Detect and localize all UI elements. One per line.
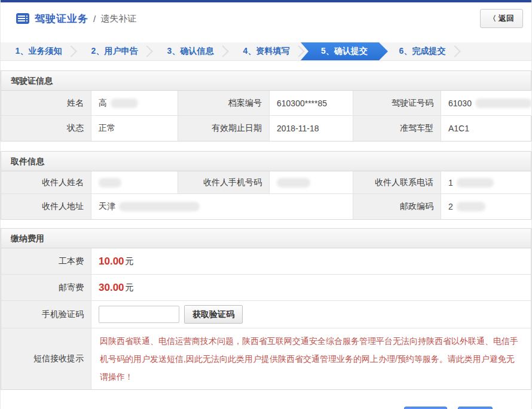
sms-tip-cell: 因陕西省联通、电信运营商技术问题，陕西省互联网交通安全综合服务管理平台无法向持陕… bbox=[91, 328, 531, 389]
sms-code-cell: 获取验证码 bbox=[91, 301, 531, 328]
file-no-label: 档案编号 bbox=[178, 91, 270, 116]
recipient-address-value: 天津 bbox=[91, 194, 353, 219]
redacted-recipient-address bbox=[119, 202, 200, 211]
expiry-label: 有效期止日期 bbox=[178, 116, 270, 141]
work-fee-amount: 10.00 bbox=[99, 256, 124, 267]
sms-code-label: 手机验证码 bbox=[1, 301, 91, 328]
redacted-recipient-name bbox=[99, 178, 121, 187]
expiry-value: 2018-11-18 bbox=[270, 116, 353, 141]
sms-tip-text: 因陕西省联通、电信运营商技术问题，陕西省互联网交通安全综合服务管理平台无法向持陕… bbox=[99, 328, 524, 389]
name-label: 姓名 bbox=[1, 91, 91, 116]
fees-section-title: 缴纳费用 bbox=[1, 229, 531, 248]
work-fee-label: 工本费 bbox=[1, 248, 91, 275]
recipient-name-value bbox=[91, 171, 178, 194]
work-fee-unit: 元 bbox=[126, 256, 134, 267]
license-info-section: 驾驶证信息 姓名 高 档案编号 610300****85 驾驶证号码 61030… bbox=[1, 70, 531, 142]
tab-step-5-active[interactable]: 5、确认提交 bbox=[301, 42, 388, 60]
redacted-postal-code bbox=[457, 202, 485, 211]
tab-step-1[interactable]: 1、业务须知 bbox=[1, 42, 77, 60]
postal-code-value: 2 bbox=[441, 194, 531, 219]
name-value: 高 bbox=[91, 91, 178, 116]
file-no-value: 610300****85 bbox=[270, 91, 353, 116]
recipient-mobile-label: 收件人手机号码 bbox=[178, 171, 270, 194]
redacted-recipient-phone bbox=[457, 178, 494, 187]
footer-actions: 上一步 完成 bbox=[1, 407, 531, 409]
license-no-value: 61030 bbox=[441, 91, 532, 116]
back-button-label: 返回 bbox=[499, 13, 514, 24]
mail-fee-unit: 元 bbox=[126, 282, 134, 293]
tab-step-6[interactable]: 6、完成提交 bbox=[384, 42, 460, 60]
pickup-info-section: 取件信息 收件人姓名 收件人手机号码 收件人联系电话 1 收件人地址 天津 邮政… bbox=[1, 151, 531, 220]
tab-step-2[interactable]: 2、用户申告 bbox=[77, 42, 152, 60]
header: 驾驶证业务 / 遗失补证 〈 返回 bbox=[1, 2, 531, 35]
redacted-recipient-mobile bbox=[277, 178, 310, 187]
previous-step-button[interactable]: 上一步 bbox=[404, 407, 447, 409]
back-button[interactable]: 〈 返回 bbox=[480, 9, 523, 28]
list-icon bbox=[16, 13, 29, 24]
page-title: 驾驶证业务 bbox=[35, 12, 88, 26]
step-tabs-filler bbox=[460, 42, 531, 60]
tab-step-4[interactable]: 4、资料填写 bbox=[228, 42, 304, 60]
vehicle-class-label: 准驾车型 bbox=[353, 116, 441, 141]
license-no-label: 驾驶证号码 bbox=[353, 91, 441, 116]
sms-code-input[interactable] bbox=[99, 306, 179, 323]
breadcrumb-slash: / bbox=[93, 14, 96, 24]
recipient-name-label: 收件人姓名 bbox=[1, 171, 91, 194]
mail-fee-value: 30.00 元 bbox=[91, 275, 531, 301]
status-label: 状态 bbox=[1, 116, 91, 141]
redacted-license-no bbox=[475, 99, 532, 108]
mail-fee-label: 邮寄费 bbox=[1, 275, 91, 301]
finish-button[interactable]: 完成 bbox=[458, 407, 493, 409]
step-tabs: 1、业务须知 2、用户申告 3、确认信息 4、资料填写 5、确认提交 6、完成提… bbox=[1, 42, 531, 61]
postal-code-label: 邮政编码 bbox=[353, 194, 441, 219]
recipient-mobile-value bbox=[270, 171, 353, 194]
work-fee-value: 10.00 元 bbox=[91, 248, 531, 275]
sms-tip-label: 短信接收提示 bbox=[1, 328, 91, 389]
back-chevron-icon: 〈 bbox=[489, 14, 496, 24]
status-value: 正常 bbox=[91, 116, 178, 141]
page: 驾驶证业务 / 遗失补证 〈 返回 1、业务须知 2、用户申告 3、确认信息 4… bbox=[0, 0, 532, 409]
fees-section: 缴纳费用 工本费 10.00 元 邮寄费 30.00 元 手机验证码 获取验证码… bbox=[1, 228, 531, 390]
pickup-section-title: 取件信息 bbox=[1, 152, 531, 171]
vehicle-class-value: A1C1 bbox=[441, 116, 531, 141]
breadcrumb-subtitle: 遗失补证 bbox=[100, 13, 136, 24]
recipient-phone-label: 收件人联系电话 bbox=[353, 171, 441, 194]
tab-step-3[interactable]: 3、确认信息 bbox=[152, 42, 228, 60]
recipient-address-label: 收件人地址 bbox=[1, 194, 91, 219]
get-code-button[interactable]: 获取验证码 bbox=[184, 305, 243, 324]
license-section-title: 驾驶证信息 bbox=[1, 71, 531, 91]
recipient-phone-value: 1 bbox=[441, 171, 531, 194]
mail-fee-amount: 30.00 bbox=[99, 282, 124, 294]
redacted-name bbox=[111, 99, 138, 108]
